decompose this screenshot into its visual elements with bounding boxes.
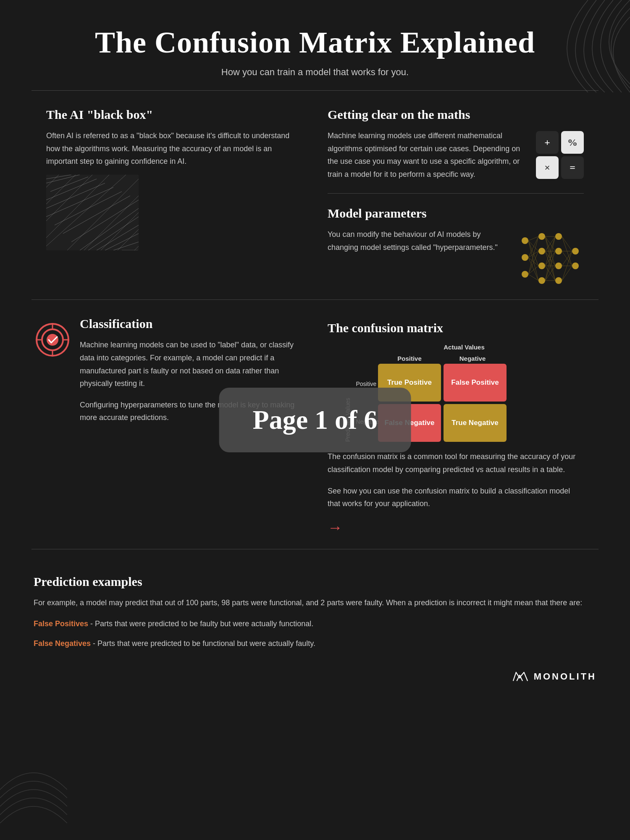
actual-values-label: Actual Values [344, 344, 584, 351]
ai-black-box-body: Often AI is referred to as a "black box"… [46, 129, 302, 168]
svg-rect-0 [46, 175, 139, 250]
svg-point-34 [555, 248, 562, 255]
model-params-body: You can modify the behaviour of AI model… [328, 228, 508, 254]
deco-bottom-left [0, 756, 67, 823]
arrow-right: → [328, 519, 584, 536]
false-negatives-label: False Negatives [34, 639, 91, 648]
mid-divider [32, 299, 598, 300]
logo-text: MONOLITH [534, 671, 596, 682]
svg-point-36 [555, 277, 562, 284]
prediction-intro: For example, a model may predict that ou… [34, 596, 596, 609]
page-overlay-text: Page 1 of 6 [253, 404, 378, 436]
confusion-matrix-title: The confusion matrix [328, 321, 584, 335]
svg-point-31 [538, 262, 545, 269]
svg-point-33 [555, 233, 562, 240]
svg-point-35 [555, 262, 562, 269]
svg-point-32 [538, 277, 545, 284]
classification-body1: Machine learning models can be used to "… [80, 339, 298, 390]
getting-clear-body: Machine learning models use different ma… [328, 129, 528, 181]
main-subtitle: How you can train a model that works for… [42, 67, 588, 78]
getting-clear-section: Getting clear on the maths Machine learn… [315, 108, 596, 287]
svg-point-30 [538, 248, 545, 255]
svg-point-29 [538, 233, 545, 240]
math-percent: % [561, 131, 584, 154]
svg-line-39 [528, 236, 538, 241]
col-positive: Positive [378, 353, 441, 364]
deco-top-right [538, 0, 630, 92]
math-plus: + [536, 131, 559, 154]
getting-clear-title: Getting clear on the maths [328, 108, 584, 122]
target-icon [34, 321, 71, 359]
ai-black-box-section: The AI "black box" Often AI is referred … [34, 108, 315, 287]
confusion-matrix-desc2: See how you can use the confusion matrix… [328, 485, 584, 510]
math-times: × [536, 156, 559, 179]
getting-clear-inner: Machine learning models use different ma… [328, 129, 584, 181]
monolith-logo-icon [512, 672, 529, 682]
confusion-matrix-desc1: The confusion matrix is a common tool fo… [328, 450, 584, 476]
svg-point-27 [522, 254, 528, 261]
svg-point-26 [522, 237, 528, 244]
main-title: The Confusion Matrix Explained [42, 25, 588, 60]
page-overlay: Page 1 of 6 [219, 388, 411, 452]
header: The Confusion Matrix Explained How you c… [0, 0, 630, 90]
svg-point-38 [572, 262, 579, 269]
math-icon-grid: + % × = [536, 131, 584, 179]
right-divider-1 [328, 193, 584, 194]
prediction-title: Prediction examples [34, 575, 596, 589]
svg-line-67 [562, 236, 572, 251]
math-equals: = [561, 156, 584, 179]
bottom-divider [32, 549, 598, 549]
cell-false-positive: False Positive [444, 364, 507, 402]
texture-image [46, 175, 139, 250]
svg-point-28 [522, 271, 528, 278]
cell-true-negative: True Negative [444, 404, 507, 442]
ai-black-box-title: The AI "black box" [46, 108, 302, 122]
svg-line-49 [528, 266, 538, 274]
false-positives-desc: - Parts that were predicted to be faulty… [88, 620, 313, 628]
network-illustration [517, 228, 584, 287]
top-section: The AI "black box" Often AI is referred … [0, 91, 630, 287]
classification-title: Classification [80, 317, 298, 331]
model-params-title: Model parameters [328, 206, 584, 220]
prediction-section: Prediction examples For example, a model… [0, 562, 630, 659]
svg-line-41 [528, 241, 538, 266]
false-positives-text: False Positives - Parts that were predic… [34, 617, 596, 630]
svg-line-74 [562, 266, 572, 281]
false-negatives-text: False Negatives - Parts that were predic… [34, 637, 596, 650]
footer: MONOLITH [0, 659, 630, 699]
svg-point-37 [572, 248, 579, 255]
col-negative: Negative [441, 353, 504, 364]
false-positives-label: False Positives [34, 620, 88, 628]
false-negatives-desc: - Parts that were predicted to be functi… [91, 639, 315, 648]
matrix-col-headers: Positive Negative [378, 353, 584, 364]
